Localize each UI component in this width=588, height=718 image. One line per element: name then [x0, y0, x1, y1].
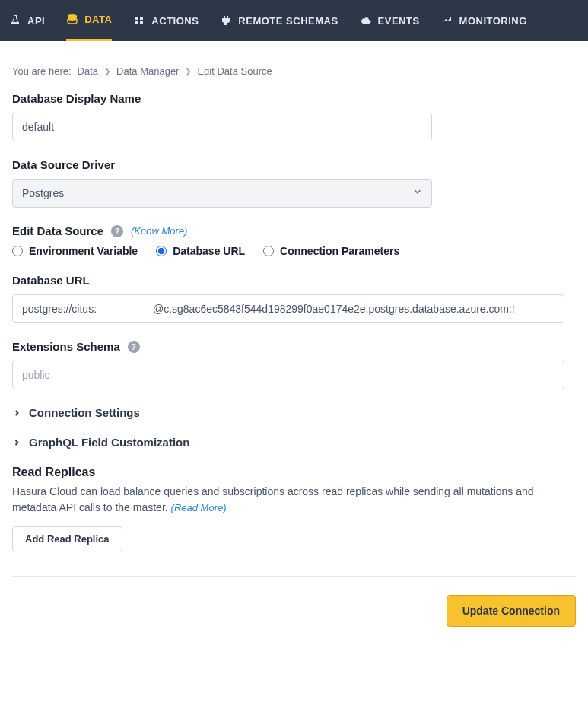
db-url-label: Database URL	[12, 274, 576, 287]
radio-url-input[interactable]	[156, 246, 167, 256]
chart-icon	[441, 14, 453, 27]
divider	[12, 576, 576, 577]
flask-icon	[9, 14, 21, 27]
add-read-replica-button[interactable]: Add Read Replica	[12, 526, 122, 551]
nav-data-label: DATA	[84, 14, 112, 25]
connection-settings-label: Connection Settings	[29, 406, 140, 419]
radio-env-variable[interactable]: Environment Variable	[12, 245, 138, 257]
display-name-group: Database Display Name	[12, 92, 576, 141]
edit-source-group: Edit Data Source ? (Know More) Environme…	[12, 224, 576, 257]
radio-params-input[interactable]	[263, 246, 274, 256]
read-replicas-desc: Hasura Cloud can load balance queries an…	[12, 484, 576, 516]
know-more-link[interactable]: (Know More)	[131, 225, 187, 237]
nav-monitoring-label: MONITORING	[459, 15, 527, 27]
radio-database-url[interactable]: Database URL	[156, 245, 245, 257]
radio-env-input[interactable]	[12, 246, 23, 256]
chevron-right-icon	[12, 438, 21, 447]
nav-actions[interactable]: ACTIONS	[133, 0, 199, 41]
driver-group: Data Source Driver Postgres	[12, 158, 576, 208]
help-icon[interactable]: ?	[111, 225, 123, 237]
chevron-right-icon: ❯	[185, 67, 191, 75]
read-replicas-title: Read Replicas	[12, 465, 576, 479]
breadcrumb-prefix: You are here:	[12, 65, 72, 77]
read-more-link[interactable]: (Read More)	[171, 502, 227, 513]
driver-select-wrap: Postgres	[12, 179, 432, 208]
chevron-right-icon	[12, 408, 21, 418]
actions-icon	[133, 14, 145, 27]
display-name-label: Database Display Name	[12, 92, 576, 105]
nav-monitoring[interactable]: MONITORING	[441, 0, 527, 41]
breadcrumb-item-manager[interactable]: Data Manager	[116, 65, 179, 77]
driver-label: Data Source Driver	[12, 158, 576, 171]
database-icon	[66, 14, 78, 26]
ext-schema-input[interactable]	[12, 361, 564, 389]
breadcrumb: You are here: Data ❯ Data Manager ❯ Edit…	[12, 65, 576, 77]
plug-icon	[220, 14, 232, 27]
nav-events[interactable]: EVENTS	[360, 0, 420, 41]
nav-remote-schemas-label: REMOTE SCHEMAS	[238, 15, 338, 27]
help-icon[interactable]: ?	[128, 341, 140, 353]
ext-schema-label-row: Extensions Schema ?	[12, 340, 576, 353]
driver-select[interactable]: Postgres	[12, 179, 432, 208]
ext-schema-label: Extensions Schema	[12, 340, 120, 353]
main-content: You are here: Data ❯ Data Manager ❯ Edit…	[0, 41, 588, 607]
radio-url-label: Database URL	[173, 245, 245, 257]
graphql-customization-toggle[interactable]: GraphQL Field Customization	[12, 436, 576, 449]
connection-settings-toggle[interactable]: Connection Settings	[12, 406, 576, 419]
radio-connection-params[interactable]: Connection Parameters	[263, 245, 399, 257]
nav-events-label: EVENTS	[378, 15, 420, 27]
cloud-icon	[360, 14, 372, 27]
nav-api[interactable]: API	[9, 0, 45, 41]
breadcrumb-item-data[interactable]: Data	[78, 65, 98, 77]
nav-actions-label: ACTIONS	[151, 15, 199, 27]
connection-type-radios: Environment Variable Database URL Connec…	[12, 245, 576, 257]
chevron-right-icon: ❯	[104, 67, 110, 75]
radio-params-label: Connection Parameters	[280, 245, 399, 257]
radio-env-label: Environment Variable	[29, 245, 138, 257]
db-url-group: Database URL	[12, 274, 576, 323]
nav-api-label: API	[27, 15, 45, 27]
edit-source-label-row: Edit Data Source ? (Know More)	[12, 224, 576, 237]
nav-data[interactable]: DATA	[66, 0, 112, 41]
db-url-input[interactable]	[12, 294, 564, 323]
nav-remote-schemas[interactable]: REMOTE SCHEMAS	[220, 0, 338, 41]
update-connection-button[interactable]: Update Connection	[447, 595, 576, 627]
breadcrumb-item-current: Edit Data Source	[197, 65, 272, 77]
edit-source-label: Edit Data Source	[12, 224, 103, 237]
display-name-input[interactable]	[12, 113, 432, 141]
graphql-customization-label: GraphQL Field Customization	[29, 436, 189, 449]
read-replicas-section: Read Replicas Hasura Cloud can load bala…	[12, 465, 576, 551]
ext-schema-group: Extensions Schema ?	[12, 340, 576, 389]
top-navigation: API DATA ACTIONS REMOTE SCHEMAS EVENTS M…	[0, 0, 588, 41]
